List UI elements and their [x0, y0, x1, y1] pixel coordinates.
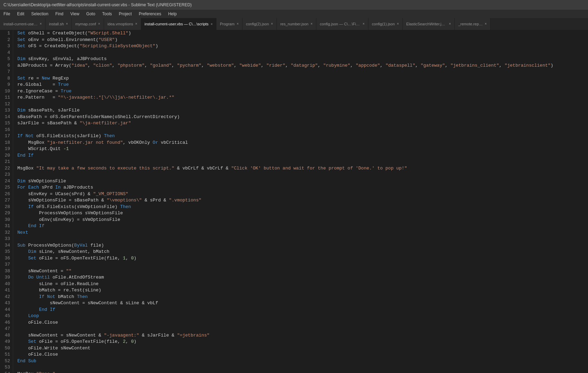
code-line: sNewContent = sNewContent & sLine & vbLf	[17, 300, 588, 307]
tab-close-btn[interactable]: ×	[449, 22, 451, 26]
tab-label: idea.vmoptions	[108, 22, 133, 26]
line-number: 17	[3, 133, 10, 140]
tab-config-json-filerecv[interactable]: config.json — C\…\FileRecv×	[316, 18, 368, 30]
tab-elasticsearchwriter-java[interactable]: ElasticSearchWriter.java×	[403, 18, 455, 30]
code-line: Set oFS = CreateObject("Scripting.FileSy…	[17, 43, 588, 50]
code-line: sJarFile = sBasePath & "\ja-netfilter.ja…	[17, 120, 588, 127]
code-area[interactable]: Set oShell = CreateObject("WScript.Shell…	[13, 30, 588, 373]
line-number: 14	[3, 114, 10, 121]
code-line: Set oShell = CreateObject("WScript.Shell…	[17, 30, 588, 37]
tab-idea-vmoptions[interactable]: idea.vmoptions×	[104, 18, 141, 30]
line-number: 35	[3, 249, 10, 255]
tab-label: mymap.conf	[75, 22, 96, 26]
code-line: Set oFile = oFS.OpenTextFile(file, 1, 0)	[17, 255, 588, 262]
menu-item-project[interactable]: Project	[116, 10, 135, 18]
line-number: 11	[3, 94, 10, 101]
menu-item-edit[interactable]: Edit	[14, 10, 28, 18]
tab-res-number-json[interactable]: res_number.json×	[277, 18, 316, 30]
tab-close-btn[interactable]: ×	[135, 22, 137, 26]
tab-install-sh[interactable]: install.sh×	[45, 18, 72, 30]
menu-item-find[interactable]: Find	[52, 10, 67, 18]
code-line	[17, 69, 588, 75]
menu-item-selection[interactable]: Selection	[28, 10, 52, 18]
tab-label: res_number.json	[280, 22, 308, 26]
code-line: sVmOptionsFile = sBasePath & "\vmoptions…	[17, 197, 588, 204]
menu-item-preferences[interactable]: Preferences	[135, 10, 165, 18]
tab-config2-json[interactable]: config(2).json×	[242, 18, 277, 30]
line-number: 23	[3, 172, 10, 178]
menu-bar: FileEditSelectionFindViewGotoToolsProjec…	[0, 10, 588, 18]
menu-item-goto[interactable]: Goto	[83, 10, 99, 18]
menu-item-help[interactable]: Help	[165, 10, 180, 18]
line-number: 12	[3, 101, 10, 108]
menu-item-tools[interactable]: Tools	[99, 10, 116, 18]
tab-label: Program	[220, 22, 235, 26]
line-number: 10	[3, 88, 10, 95]
tab-remote-rep[interactable]: _remote.rep…×	[455, 18, 491, 30]
tab-label: install-current-user.vbs — C\…\scripts	[145, 22, 209, 26]
line-number: 20	[3, 152, 10, 159]
code-line: sLine = oFile.ReadLine	[17, 281, 588, 288]
tab-close-btn[interactable]: ×	[363, 22, 365, 26]
tab-close-btn[interactable]: ×	[237, 22, 239, 26]
line-number: 8	[3, 75, 10, 82]
code-line	[17, 159, 588, 165]
tab-close-btn[interactable]: ×	[310, 22, 313, 26]
line-number: 36	[3, 255, 10, 262]
line-number: 25	[3, 184, 10, 191]
code-line	[17, 50, 588, 56]
code-line: oEnv(sEnvKey) = sVmOptionsFile	[17, 217, 588, 223]
line-number: 37	[3, 262, 10, 268]
line-number: 21	[3, 159, 10, 165]
code-line: For Each sPrd In aJBProducts	[17, 184, 588, 191]
tab-close-btn[interactable]: ×	[211, 22, 213, 26]
tab-close-btn[interactable]: ×	[397, 22, 399, 26]
line-number: 15	[3, 120, 10, 127]
code-line: oFile.Close	[17, 320, 588, 326]
editor: 1234567891011121314151617181920212223242…	[0, 30, 588, 373]
line-number: 7	[3, 69, 10, 75]
line-number: 48	[3, 332, 10, 339]
menu-item-file[interactable]: File	[0, 10, 14, 18]
line-number: 43	[3, 300, 10, 307]
line-number: 33	[3, 236, 10, 242]
line-number: 16	[3, 127, 10, 133]
tab-label: config.json — C\…\FileRecv	[320, 22, 360, 26]
tab-close-btn[interactable]: ×	[66, 22, 68, 26]
line-number: 22	[3, 165, 10, 172]
line-number: 54	[3, 371, 10, 373]
code-line: Dim sEnvKey, sEnvVal, aJBProducts	[17, 56, 588, 63]
line-number: 31	[3, 223, 10, 230]
line-number: 9	[3, 82, 10, 88]
tab-close-btn[interactable]: ×	[98, 22, 100, 26]
code-line: Set re = New RegExp	[17, 75, 588, 82]
code-line: Sub ProcessVmOptions(ByVal file)	[17, 242, 588, 249]
title-bar: C:\Users\allen\Desktop\ja-netfilter-all\…	[0, 0, 588, 10]
code-line: oFile.Write sNewContent	[17, 345, 588, 352]
title-text: C:\Users\allen\Desktop\ja-netfilter-all\…	[3, 2, 192, 7]
tab-close-btn[interactable]: ×	[271, 22, 273, 26]
code-line: End If	[17, 152, 588, 159]
line-number: 13	[3, 107, 10, 114]
menu-item-view[interactable]: View	[67, 10, 83, 18]
tab-close-btn[interactable]: ×	[485, 22, 487, 26]
code-line	[17, 364, 588, 371]
line-number: 18	[3, 140, 10, 146]
code-line: sNewContent = ""	[17, 268, 588, 275]
tab-install-current-user-vbs[interactable]: install-current-user.vbs — C\…\scripts×	[141, 18, 216, 30]
line-number: 29	[3, 210, 10, 217]
line-numbers: 1234567891011121314151617181920212223242…	[0, 30, 13, 373]
tab-config1-json[interactable]: config(1).json×	[368, 18, 403, 30]
code-line: End If	[17, 223, 588, 230]
tab-mymap-conf[interactable]: mymap.conf×	[72, 18, 104, 30]
line-number: 47	[3, 326, 10, 332]
tab-close-btn[interactable]: ×	[40, 22, 42, 26]
line-number: 45	[3, 313, 10, 320]
code-line: Set oEnv = oShell.Environment("USER")	[17, 37, 588, 43]
line-number: 30	[3, 217, 10, 223]
tab-program[interactable]: Program×	[216, 18, 242, 30]
tab-install-current-use[interactable]: install-current-use…×	[0, 18, 45, 30]
line-number: 39	[3, 274, 10, 281]
line-number: 52	[3, 358, 10, 365]
tab-label: config(2).json	[246, 22, 269, 26]
